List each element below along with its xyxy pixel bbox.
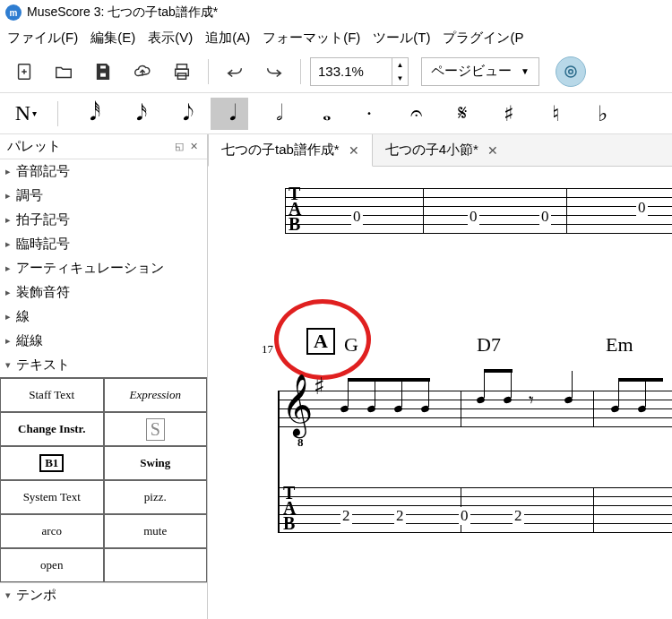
fermata[interactable]: 𝄐 (397, 98, 435, 130)
menu-tools[interactable]: ツール(T) (373, 30, 430, 47)
flip[interactable]: 𝄋 (444, 98, 481, 130)
text-palette-grid: Staff TextExpression Change Instr.S B1Sw… (0, 377, 207, 582)
palette-header: パレット ◱ ✕ (0, 134, 207, 159)
main-toolbar: ▲ ▼ ページビュー ▼ (0, 50, 672, 93)
menu-view[interactable]: 表示(V) (148, 30, 193, 47)
natural[interactable]: ♮ (537, 98, 574, 130)
zoom-up[interactable]: ▲ (392, 58, 408, 72)
palette-tempo[interactable]: テンポ (0, 582, 207, 607)
menu-bar: ファイル(F) 編集(E) 表示(V) 追加(A) フォーマット(F) ツール(… (0, 25, 672, 50)
key-sharp: ♯ (314, 373, 325, 400)
print-button[interactable] (165, 55, 199, 89)
palette-barlines[interactable]: 縦線 (0, 329, 207, 353)
undo-button[interactable] (218, 55, 252, 89)
clef-8: 8 (297, 435, 304, 450)
pizz-cell[interactable]: pizz. (104, 480, 208, 514)
system-text-cell[interactable]: System Text (0, 480, 104, 514)
expression-cell[interactable]: Expression (104, 378, 208, 412)
note-dot[interactable]: · (350, 98, 388, 130)
note-64th[interactable]: 𝅘𝅥𝅰 (71, 98, 108, 130)
open-cell[interactable]: open (0, 548, 104, 582)
fret-num: 0 (351, 208, 363, 226)
redo-button[interactable] (257, 55, 291, 89)
menu-format[interactable]: フォーマット(F) (263, 30, 360, 47)
open-button[interactable] (47, 55, 81, 89)
note-8th[interactable]: 𝅘𝅥𝅮 (164, 98, 202, 130)
view-mode-label: ページビュー (431, 63, 512, 80)
fret-num: 2 (513, 507, 524, 525)
svg-rect-3 (99, 64, 106, 69)
note-32nd[interactable]: 𝅘𝅥𝅯 (117, 98, 155, 130)
tab-doc1[interactable]: 七つの子tab譜作成*✕ (208, 134, 373, 167)
change-instr-cell[interactable]: Change Instr. (0, 412, 104, 446)
note-whole[interactable]: 𝅝 (304, 98, 341, 130)
palette-timesig[interactable]: 拍子記号 (0, 208, 207, 232)
chord-g: G (344, 333, 358, 357)
app-icon: m (5, 4, 22, 21)
palette-list: 音部記号 調号 拍子記号 臨時記号 アーティキュレーション 装飾音符 線 縦線 … (0, 159, 207, 377)
fret-num: 0 (459, 507, 470, 525)
view-mode-select[interactable]: ページビュー ▼ (421, 57, 539, 86)
chevron-down-icon: ▼ (521, 66, 530, 76)
chord-d7: D7 (477, 333, 501, 357)
document-tabs: 七つの子tab譜作成*✕ 七つの子4小節*✕ (208, 134, 672, 167)
empty-cell[interactable] (104, 548, 208, 582)
palette-accidentals[interactable]: 臨時記号 (0, 232, 207, 256)
palette-float-close[interactable]: ◱ ✕ (175, 141, 200, 152)
palette-grace[interactable]: 装飾音符 (0, 280, 207, 305)
image-capture-button[interactable] (556, 56, 586, 87)
note-quarter[interactable]: 𝅘𝅥 (211, 98, 248, 130)
separator (57, 101, 58, 126)
svg-point-9 (569, 69, 573, 73)
score-canvas[interactable]: TAB 0 0 0 0 17 A G D7 Em 𝄞 8 ♯ (208, 167, 672, 619)
window-title: MuseScore 3: 七つの子tab譜作成* (27, 4, 218, 21)
close-icon[interactable]: ✕ (487, 143, 498, 158)
palette-articulation[interactable]: アーティキュレーション (0, 256, 207, 280)
fret-num: 0 (539, 208, 551, 226)
menu-plugins[interactable]: プラグイン(P (443, 30, 523, 47)
flat[interactable]: ♭ (583, 98, 621, 130)
palette-keysig[interactable]: 調号 (0, 184, 207, 208)
chord-em: Em (606, 333, 633, 357)
menu-add[interactable]: 追加(A) (205, 30, 250, 47)
separator (300, 59, 301, 84)
palette-text[interactable]: テキスト (0, 353, 207, 377)
zoom-control[interactable]: ▲ ▼ (310, 57, 409, 86)
svg-rect-4 (99, 72, 106, 77)
fret-num: 0 (636, 199, 648, 217)
staff-text-cell[interactable]: Staff Text (0, 378, 104, 412)
swing-cell[interactable]: Swing (104, 446, 208, 480)
palette-clefs[interactable]: 音部記号 (0, 159, 207, 184)
title-bar: m MuseScore 3: 七つの子tab譜作成* (0, 0, 672, 25)
note-half[interactable]: 𝅗𝅥 (257, 98, 295, 130)
measure-number: 17 (262, 342, 273, 357)
save-button[interactable] (86, 55, 120, 89)
menu-file[interactable]: ファイル(F) (7, 30, 78, 47)
svg-rect-5 (177, 64, 187, 69)
new-button[interactable] (7, 55, 41, 89)
menu-edit[interactable]: 編集(E) (90, 30, 135, 47)
palette-panel: パレット ◱ ✕ 音部記号 調号 拍子記号 臨時記号 アーティキュレーション 装… (0, 134, 208, 619)
tab-doc2[interactable]: 七つの子4小節*✕ (373, 134, 511, 166)
separator (208, 59, 209, 84)
close-icon[interactable]: ✕ (349, 143, 359, 158)
note-toolbar: N▾ 𝅘𝅥𝅰 𝅘𝅥𝅯 𝅘𝅥𝅮 𝅘𝅥 𝅗𝅥 𝅝 · 𝄐 𝄋 ♯ ♮ ♭ (0, 93, 672, 134)
zoom-input[interactable] (311, 64, 392, 79)
tab-label: TAB (283, 486, 296, 531)
palette-title: パレット (7, 138, 61, 155)
rehearsal-cell[interactable]: B1 (0, 446, 104, 480)
swing-s-cell[interactable]: S (104, 412, 208, 446)
svg-point-8 (565, 66, 576, 77)
palette-lines[interactable]: 線 (0, 305, 207, 329)
arco-cell[interactable]: arco (0, 514, 104, 548)
tab-label: TAB (289, 186, 301, 232)
fret-num: 2 (394, 507, 406, 525)
treble-clef: 𝄞 (281, 374, 313, 436)
mute-cell[interactable]: mute (104, 514, 208, 548)
note-input-toggle[interactable]: N▾ (7, 98, 45, 130)
fret-num: 0 (468, 208, 479, 226)
fret-num: 2 (340, 507, 352, 525)
cloud-button[interactable] (125, 55, 159, 89)
sharp[interactable]: ♯ (490, 98, 528, 130)
zoom-down[interactable]: ▼ (392, 72, 408, 85)
